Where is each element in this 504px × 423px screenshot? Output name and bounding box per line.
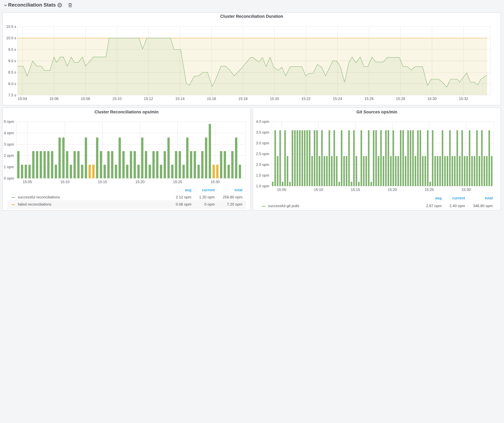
svg-text:15:10: 15:10	[314, 188, 323, 192]
svg-text:15:06: 15:06	[49, 97, 59, 101]
svg-text:15:20: 15:20	[270, 97, 279, 101]
svg-text:1.5 opm: 1.5 opm	[256, 173, 269, 177]
svg-text:10.5 s: 10.5 s	[6, 25, 16, 29]
svg-text:15:25: 15:25	[425, 188, 434, 192]
svg-text:2.5 opm: 2.5 opm	[256, 152, 269, 156]
svg-text:1 opm: 1 opm	[4, 165, 14, 169]
svg-text:15:28: 15:28	[396, 97, 405, 101]
svg-text:15:05: 15:05	[277, 188, 286, 192]
svg-text:15:26: 15:26	[364, 97, 373, 101]
svg-text:7.5 s: 7.5 s	[8, 93, 16, 97]
svg-text:4.0 opm: 4.0 opm	[256, 120, 269, 124]
svg-text:5 opm: 5 opm	[4, 120, 14, 124]
svg-text:15:30: 15:30	[210, 180, 220, 184]
svg-text:15:15: 15:15	[351, 188, 360, 192]
svg-text:0 opm: 0 opm	[4, 176, 14, 180]
svg-text:8.5 s: 8.5 s	[8, 70, 16, 74]
svg-text:15:08: 15:08	[81, 97, 90, 101]
svg-text:2 opm: 2 opm	[4, 153, 14, 158]
svg-text:9.5 s: 9.5 s	[8, 47, 16, 52]
svg-text:15:12: 15:12	[144, 97, 153, 101]
svg-text:3.0 opm: 3.0 opm	[256, 141, 269, 145]
svg-text:15:10: 15:10	[112, 97, 121, 101]
svg-text:3 opm: 3 opm	[4, 142, 14, 147]
svg-text:15:16: 15:16	[207, 97, 216, 101]
svg-text:3.5 opm: 3.5 opm	[256, 130, 269, 135]
svg-text:8.0 s: 8.0 s	[8, 82, 16, 86]
svg-text:15:10: 15:10	[60, 180, 70, 184]
svg-text:15:20: 15:20	[388, 188, 397, 192]
svg-text:2.0 opm: 2.0 opm	[256, 163, 269, 167]
svg-text:15:25: 15:25	[173, 180, 182, 184]
svg-text:15:22: 15:22	[301, 97, 311, 101]
svg-text:1.0 opm: 1.0 opm	[256, 184, 269, 188]
svg-text:15:18: 15:18	[239, 97, 248, 101]
svg-text:15:32: 15:32	[459, 97, 468, 101]
svg-text:15:04: 15:04	[18, 97, 27, 101]
svg-text:15:14: 15:14	[175, 97, 185, 101]
svg-text:15:30: 15:30	[427, 97, 437, 101]
svg-text:15:15: 15:15	[98, 180, 107, 184]
svg-text:15:20: 15:20	[135, 180, 145, 184]
svg-text:15:24: 15:24	[333, 97, 342, 101]
svg-text:15:05: 15:05	[23, 180, 32, 184]
svg-text:10.0 s: 10.0 s	[6, 36, 16, 40]
svg-text:15:30: 15:30	[462, 188, 471, 192]
svg-text:4 opm: 4 opm	[4, 131, 14, 135]
svg-text:9.0 s: 9.0 s	[8, 59, 16, 63]
